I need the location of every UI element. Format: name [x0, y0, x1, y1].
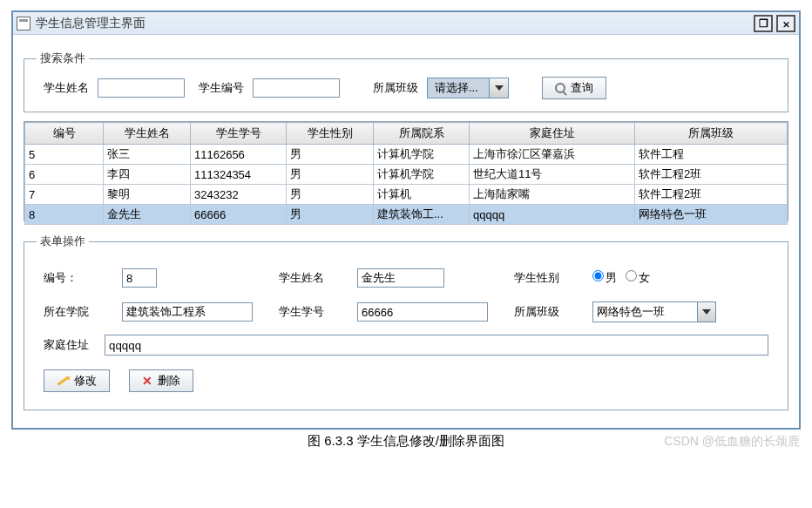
column-header[interactable]: 学生姓名: [104, 123, 191, 145]
table-cell: 11162656: [191, 145, 287, 165]
table-cell: 男: [287, 145, 374, 165]
gender-radio-group: 男 女: [592, 270, 741, 286]
results-table[interactable]: 编号学生姓名学生学号学生性别所属院系家庭住址所属班级 5张三11162656男计…: [24, 122, 788, 225]
table-cell: 男: [287, 165, 374, 185]
table-cell: 上海陆家嘴: [470, 185, 635, 205]
results-table-wrap: 编号学生姓名学生学号学生性别所属院系家庭住址所属班级 5张三11162656男计…: [24, 121, 788, 221]
search-class-label: 所属班级: [373, 80, 418, 96]
chevron-down-icon[interactable]: [489, 78, 508, 98]
table-row[interactable]: 6李四111324354男计算机学院世纪大道11号软件工程2班: [25, 165, 788, 185]
form-name-input[interactable]: [357, 268, 444, 288]
table-cell: 3243232: [191, 185, 287, 205]
delete-button[interactable]: ✕ 删除: [129, 369, 193, 392]
app-icon: [17, 17, 30, 30]
radio-female[interactable]: [626, 270, 637, 281]
column-header[interactable]: 学生性别: [287, 123, 374, 145]
table-cell: 66666: [191, 205, 287, 225]
search-id-label: 学生编号: [199, 80, 244, 96]
form-panel: 表单操作 编号： 学生姓名 学生性别 男 女 所在学院 学生学号 所属班级: [24, 234, 788, 410]
column-header[interactable]: 所属院系: [374, 123, 470, 145]
delete-icon: ✕: [142, 374, 152, 388]
pencil-icon: [57, 376, 68, 385]
search-class-select[interactable]: 请选择...: [427, 78, 509, 98]
window-title: 学生信息管理主界面: [36, 16, 750, 31]
column-header[interactable]: 学生学号: [191, 123, 287, 145]
table-cell: 金先生: [104, 205, 191, 225]
table-cell: 上海市徐汇区肇嘉浜: [470, 145, 635, 165]
form-sno-label: 学生学号: [279, 304, 340, 320]
table-cell: 6: [25, 165, 104, 185]
form-class-value[interactable]: [592, 301, 697, 322]
form-class-label: 所属班级: [514, 304, 575, 320]
form-address-input[interactable]: [105, 335, 768, 356]
table-row[interactable]: 7黎明3243232男计算机上海陆家嘴软件工程2班: [25, 185, 788, 205]
search-name-label: 学生姓名: [44, 80, 89, 96]
table-cell: 软件工程: [635, 145, 788, 165]
search-legend: 搜索条件: [37, 51, 89, 66]
modify-button-label: 修改: [74, 373, 97, 389]
form-college-input[interactable]: [122, 302, 253, 322]
radio-male-wrap[interactable]: 男: [592, 270, 617, 286]
form-name-label: 学生姓名: [279, 270, 340, 286]
table-cell: 计算机: [374, 185, 470, 205]
app-window: 学生信息管理主界面 ❐ ⨉ 搜索条件 学生姓名 学生编号 所属班级 请选择...…: [11, 10, 801, 430]
search-class-value: 请选择...: [428, 78, 489, 98]
table-cell: 世纪大道11号: [470, 165, 635, 185]
form-sno-input[interactable]: [357, 302, 488, 322]
radio-male[interactable]: [592, 270, 604, 281]
table-cell: 5: [25, 145, 104, 165]
table-cell: 软件工程2班: [635, 165, 788, 185]
maximize-button[interactable]: ❐: [754, 15, 773, 32]
table-row[interactable]: 5张三11162656男计算机学院上海市徐汇区肇嘉浜软件工程: [25, 145, 788, 165]
modify-button[interactable]: 修改: [44, 369, 110, 392]
table-cell: 计算机学院: [374, 145, 470, 165]
column-header[interactable]: 家庭住址: [470, 123, 635, 145]
search-name-input[interactable]: [98, 78, 185, 98]
table-cell: 软件工程2班: [635, 185, 788, 205]
table-cell: 建筑装饰工...: [374, 205, 470, 225]
content-area: 搜索条件 学生姓名 学生编号 所属班级 请选择... 查询 编: [13, 35, 799, 428]
table-cell: qqqqq: [470, 205, 635, 225]
form-id-input[interactable]: [122, 268, 157, 288]
table-cell: 网络特色一班: [635, 205, 788, 225]
column-header[interactable]: 所属班级: [635, 123, 788, 145]
form-gender-label: 学生性别: [514, 270, 575, 286]
form-id-label: 编号：: [44, 270, 105, 286]
form-college-label: 所在学院: [44, 304, 105, 320]
table-row[interactable]: 8金先生66666男建筑装饰工...qqqqq网络特色一班: [25, 205, 788, 225]
table-cell: 张三: [104, 145, 191, 165]
table-cell: 8: [25, 205, 104, 225]
query-button[interactable]: 查询: [542, 77, 606, 99]
titlebar: 学生信息管理主界面 ❐ ⨉: [13, 12, 799, 35]
radio-female-wrap[interactable]: 女: [626, 270, 650, 286]
table-cell: 男: [287, 205, 374, 225]
table-cell: 李四: [104, 165, 191, 185]
table-cell: 计算机学院: [374, 165, 470, 185]
search-id-input[interactable]: [253, 78, 340, 98]
search-icon: [555, 83, 565, 93]
close-button[interactable]: ⨉: [776, 15, 795, 32]
watermark: CSDN @低血糖的长颈鹿: [664, 434, 800, 450]
form-legend: 表单操作: [37, 234, 89, 249]
chevron-down-icon[interactable]: [697, 301, 716, 322]
table-cell: 男: [287, 185, 374, 205]
query-button-label: 查询: [571, 80, 593, 96]
form-class-select[interactable]: [592, 301, 741, 322]
table-cell: 111324354: [191, 165, 287, 185]
delete-button-label: 删除: [158, 373, 180, 389]
search-panel: 搜索条件 学生姓名 学生编号 所属班级 请选择... 查询: [24, 51, 788, 112]
form-address-label: 家庭住址: [44, 337, 89, 353]
table-cell: 黎明: [104, 185, 191, 205]
table-cell: 7: [25, 185, 104, 205]
column-header[interactable]: 编号: [25, 123, 104, 145]
